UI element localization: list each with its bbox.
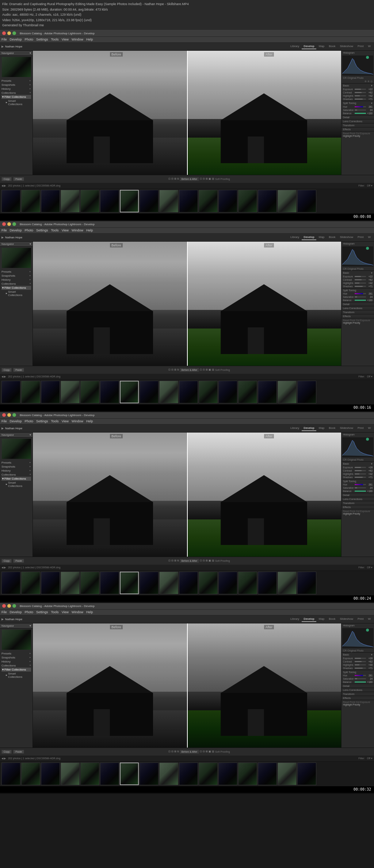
film-thumb-4-7[interactable] (120, 763, 139, 785)
filter-off-1[interactable]: Off ▾ (367, 184, 373, 187)
split-sat-track-4[interactable] (355, 678, 366, 679)
filter-collections-3[interactable]: ▾ Filter Collections (1, 477, 31, 481)
contrast-track-1[interactable] (355, 92, 366, 93)
split-hue-track-1[interactable] (355, 106, 366, 107)
contrast-track-3[interactable] (355, 470, 366, 471)
film-thumb-14[interactable] (258, 190, 277, 212)
maximize-btn-2[interactable] (12, 222, 16, 226)
menu-photo-2[interactable]: Photo (25, 228, 34, 232)
minimize-btn-4[interactable] (7, 604, 11, 608)
soft-proofing-4[interactable]: Soft Proofing (215, 750, 230, 753)
tab-develop-4[interactable]: Develop (302, 617, 316, 622)
smart-collections-1[interactable]: ▸ Smart Collections (1, 99, 31, 106)
film-thumb-3-3[interactable] (41, 572, 60, 594)
filter-off-4[interactable]: Off ▾ (367, 757, 373, 760)
snapshots-item-4[interactable]: Snapshots ▸ (1, 656, 31, 660)
film-thumb-2-1[interactable] (1, 381, 20, 403)
film-thumb-9[interactable] (159, 190, 178, 212)
film-thumb-2[interactable] (21, 190, 40, 212)
contrast-track-4[interactable] (355, 661, 366, 662)
nav-collapse-icon-2[interactable]: ▾ (30, 242, 31, 246)
split-balance-track-1[interactable] (355, 113, 366, 114)
film-thumb-7[interactable] (120, 190, 139, 212)
menu-view-2[interactable]: View (62, 228, 69, 232)
copy-button-4[interactable]: Copy (1, 750, 12, 754)
film-thumb-4-11[interactable] (199, 763, 218, 785)
minimize-btn-2[interactable] (7, 222, 11, 226)
menu-settings-4[interactable]: Settings (36, 610, 48, 614)
menu-view-3[interactable]: View (62, 419, 69, 423)
tab-map-2[interactable]: Map (317, 235, 327, 240)
film-thumb-3[interactable] (41, 190, 60, 212)
split-hue-track-4[interactable] (355, 675, 366, 676)
film-thumb-16[interactable] (297, 190, 316, 212)
split-balance-track-4[interactable] (355, 681, 366, 683)
film-thumb-4-14[interactable] (258, 763, 277, 785)
highlights-track-1[interactable] (355, 95, 366, 96)
menu-file-4[interactable]: File (1, 610, 7, 614)
film-thumb-2-6[interactable] (100, 381, 119, 403)
film-thumb-2-10[interactable] (179, 381, 198, 403)
filter-collections-1[interactable]: ▾ Filter Collections (1, 95, 31, 99)
menu-help-1[interactable]: Help (86, 38, 93, 41)
split-balance-track-3[interactable] (355, 491, 366, 492)
paste-button-4[interactable]: Paste (13, 750, 24, 754)
menu-photo-1[interactable]: Photo (25, 38, 34, 41)
menu-develop-4[interactable]: Develop (10, 610, 22, 614)
film-thumb-4-12[interactable] (218, 763, 237, 785)
history-item-3[interactable]: History ▸ (1, 469, 31, 473)
film-thumb-2-4[interactable] (61, 381, 80, 403)
soft-proofing-1[interactable]: Soft Proofing (215, 178, 230, 180)
film-thumb-4[interactable] (61, 190, 80, 212)
film-thumb-4-2[interactable] (21, 763, 40, 785)
filter-collections-2[interactable]: ▾ Filter Collections (1, 286, 31, 290)
menu-develop-2[interactable]: Develop (10, 228, 22, 232)
film-thumb-4-3[interactable] (41, 763, 60, 785)
tab-web-3[interactable]: W (366, 426, 373, 431)
paste-button-2[interactable]: Paste (13, 368, 24, 372)
before-after-selector-2[interactable]: Before & After (180, 368, 199, 372)
tab-develop-2[interactable]: Develop (302, 235, 316, 240)
menu-settings-2[interactable]: Settings (36, 228, 48, 232)
menu-photo-3[interactable]: Photo (25, 419, 34, 423)
film-thumb-4-13[interactable] (238, 763, 257, 785)
film-thumb-3-11[interactable] (199, 572, 218, 594)
tab-book-3[interactable]: Book (327, 426, 337, 431)
menu-file-2[interactable]: File (1, 228, 7, 232)
filter-collections-4[interactable]: ▾ Filter Collections (1, 668, 31, 672)
tab-print-1[interactable]: Print (356, 44, 365, 49)
split-hue-track-2[interactable] (355, 293, 366, 294)
tab-web-2[interactable]: W (366, 235, 373, 240)
film-thumb-2-16[interactable] (297, 381, 316, 403)
film-thumb-4-10[interactable] (179, 763, 198, 785)
edit-icon-1[interactable]: ⊕ (365, 80, 367, 83)
paste-button-1[interactable]: Paste (13, 177, 24, 181)
menu-view-4[interactable]: View (62, 610, 69, 614)
film-thumb-2-13[interactable] (238, 381, 257, 403)
film-thumb-3-16[interactable] (297, 572, 316, 594)
menu-window-1[interactable]: Window (72, 38, 83, 41)
film-thumb-2-2[interactable] (21, 381, 40, 403)
smart-collections-3[interactable]: ▸ Smart Collections (1, 481, 31, 488)
film-thumb-2-15[interactable] (278, 381, 297, 403)
menu-photo-4[interactable]: Photo (25, 610, 34, 614)
film-thumb-3-8[interactable] (140, 572, 159, 594)
exposure-track-4[interactable] (355, 658, 366, 659)
maximize-btn-1[interactable] (12, 31, 16, 35)
filter-off-3[interactable]: Off ▾ (367, 566, 373, 569)
tab-web-4[interactable]: W (366, 617, 373, 622)
soft-proofing-3[interactable]: Soft Proofing (215, 560, 230, 562)
minimize-btn-3[interactable] (7, 413, 11, 417)
basic-arrow-1[interactable]: ▾ (371, 84, 373, 87)
presets-item-3[interactable]: Presets ▸ (1, 461, 31, 465)
split-toning-arrow-1[interactable]: ▾ (371, 102, 373, 105)
nav-collapse-icon-4[interactable]: ▾ (30, 624, 31, 627)
collections-item-4[interactable]: Collections ▾ (1, 664, 31, 668)
menu-window-4[interactable]: Window (72, 610, 83, 614)
tab-map-3[interactable]: Map (317, 426, 327, 431)
film-thumb-10[interactable] (179, 190, 198, 212)
minimize-btn-1[interactable] (7, 31, 11, 35)
highlights-track-4[interactable] (355, 664, 366, 665)
nav-arrows-2[interactable]: ◀ ▶ (1, 375, 6, 378)
basic-arrow-4[interactable]: ▾ (371, 653, 373, 656)
